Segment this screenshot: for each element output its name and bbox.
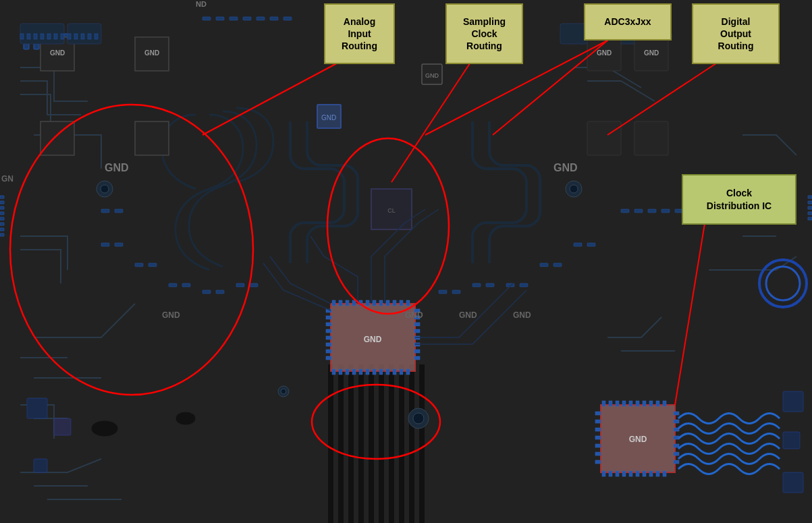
svg-rect-15 (24, 44, 29, 49)
svg-rect-37 (808, 212, 812, 215)
svg-rect-153 (634, 209, 643, 213)
gnd-bottom-center2: GND (459, 310, 477, 320)
svg-rect-61 (386, 369, 389, 375)
svg-rect-94 (609, 471, 612, 476)
svg-rect-26 (0, 196, 4, 198)
svg-rect-75 (414, 323, 420, 326)
svg-rect-106 (595, 436, 601, 439)
svg-rect-63 (400, 369, 403, 375)
svg-rect-69 (326, 336, 331, 339)
svg-rect-135 (439, 290, 447, 294)
svg-rect-114 (674, 444, 679, 447)
svg-rect-29 (0, 212, 4, 215)
svg-rect-124 (115, 209, 123, 213)
svg-rect-32 (0, 228, 4, 231)
svg-rect-187 (40, 34, 44, 39)
svg-rect-95 (616, 471, 619, 476)
svg-rect-16 (34, 44, 39, 49)
svg-rect-134 (250, 283, 258, 287)
gnd-bottom-center1: GND (405, 310, 423, 320)
sampling-clock-routing-label: Sampling Clock Routing (445, 3, 523, 64)
svg-rect-110 (674, 412, 679, 415)
svg-point-214 (101, 185, 109, 193)
svg-rect-99 (643, 471, 646, 476)
svg-text:GND: GND (364, 335, 382, 344)
svg-rect-96 (622, 471, 626, 476)
svg-rect-129 (169, 283, 177, 287)
svg-point-219 (91, 420, 118, 437)
svg-rect-146 (216, 17, 224, 20)
svg-point-216 (413, 413, 424, 424)
svg-rect-52 (406, 300, 410, 306)
svg-rect-127 (135, 263, 143, 267)
svg-rect-157 (27, 398, 47, 418)
svg-rect-142 (553, 263, 562, 267)
svg-rect-188 (47, 34, 51, 39)
svg-rect-47 (373, 300, 376, 306)
svg-rect-150 (270, 17, 278, 20)
svg-rect-46 (366, 300, 369, 306)
svg-rect-33 (0, 233, 4, 236)
svg-rect-104 (595, 420, 601, 423)
svg-rect-57 (359, 369, 362, 375)
svg-rect-190 (61, 34, 64, 39)
svg-rect-138 (486, 283, 494, 287)
svg-rect-71 (326, 350, 331, 353)
svg-rect-64 (406, 369, 410, 375)
svg-text:GND: GND (144, 49, 159, 57)
svg-rect-79 (414, 350, 420, 353)
svg-rect-72 (326, 356, 331, 360)
svg-rect-36 (808, 207, 812, 209)
svg-rect-97 (629, 471, 632, 476)
svg-rect-125 (101, 243, 109, 246)
svg-rect-159 (34, 459, 47, 472)
svg-rect-108 (595, 452, 601, 456)
svg-rect-60 (379, 369, 383, 375)
svg-rect-100 (649, 471, 653, 476)
svg-rect-131 (202, 290, 211, 294)
svg-rect-123 (101, 209, 109, 213)
svg-rect-28 (0, 207, 4, 209)
svg-rect-140 (520, 283, 528, 287)
svg-rect-152 (621, 209, 629, 213)
svg-rect-105 (595, 428, 601, 431)
svg-rect-53 (332, 369, 335, 375)
svg-rect-184 (20, 34, 24, 39)
svg-rect-185 (27, 34, 30, 39)
svg-rect-91 (656, 401, 659, 406)
svg-rect-155 (661, 209, 670, 213)
pcb-board: GND (0, 0, 812, 523)
svg-rect-158 (54, 418, 71, 435)
gnd-left-center: GND (105, 162, 129, 174)
svg-rect-42 (339, 300, 342, 306)
svg-rect-116 (674, 460, 679, 464)
svg-rect-51 (400, 300, 403, 306)
gnd-far-left: GN (1, 174, 13, 184)
svg-rect-161 (783, 432, 800, 449)
svg-rect-107 (595, 444, 601, 447)
svg-rect-34 (808, 196, 812, 198)
svg-text:GND: GND (321, 114, 336, 121)
svg-rect-66 (326, 316, 331, 319)
svg-rect-49 (386, 300, 389, 306)
svg-rect-89 (643, 401, 646, 406)
svg-rect-38 (808, 217, 812, 220)
svg-text:GND: GND (597, 49, 612, 57)
svg-rect-88 (636, 401, 639, 406)
svg-rect-145 (202, 17, 211, 20)
svg-rect-191 (67, 34, 71, 39)
svg-rect-92 (663, 401, 666, 406)
svg-rect-133 (236, 283, 244, 287)
svg-rect-101 (656, 471, 659, 476)
svg-rect-62 (393, 369, 396, 375)
svg-rect-149 (256, 17, 265, 20)
svg-rect-144 (587, 243, 595, 246)
svg-rect-126 (115, 243, 123, 246)
svg-rect-141 (540, 263, 548, 267)
svg-rect-67 (326, 323, 331, 326)
gnd-top-nd: ND (196, 0, 207, 8)
svg-rect-151 (283, 17, 292, 20)
svg-rect-68 (326, 329, 331, 333)
svg-rect-44 (352, 300, 356, 306)
svg-rect-154 (648, 209, 656, 213)
